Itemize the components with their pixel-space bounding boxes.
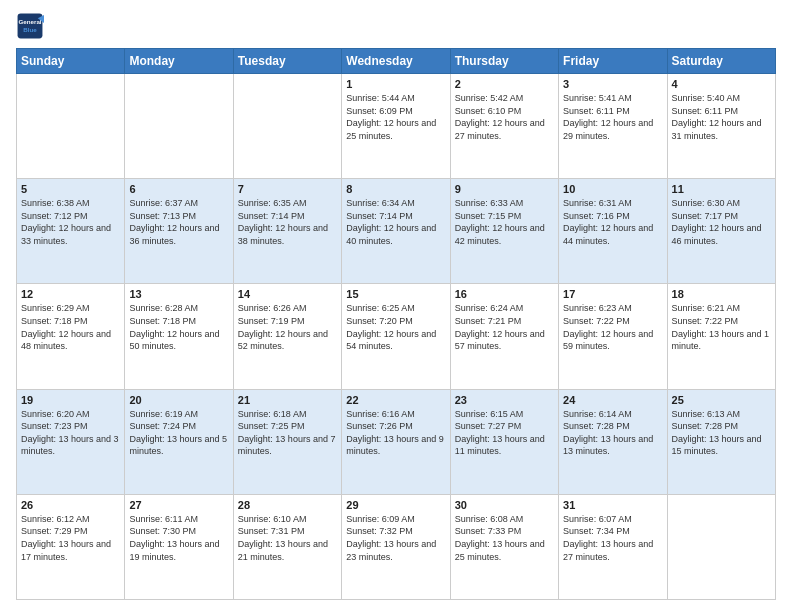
day-info: Sunrise: 6:25 AM Sunset: 7:20 PM Dayligh… — [346, 302, 445, 352]
calendar-table: SundayMondayTuesdayWednesdayThursdayFrid… — [16, 48, 776, 600]
day-number: 24 — [563, 394, 662, 406]
logo-icon: General Blue — [16, 12, 44, 40]
day-info: Sunrise: 6:19 AM Sunset: 7:24 PM Dayligh… — [129, 408, 228, 458]
day-info: Sunrise: 6:21 AM Sunset: 7:22 PM Dayligh… — [672, 302, 771, 352]
day-number: 27 — [129, 499, 228, 511]
weekday-header-tuesday: Tuesday — [233, 49, 341, 74]
day-info: Sunrise: 6:12 AM Sunset: 7:29 PM Dayligh… — [21, 513, 120, 563]
calendar-cell: 12Sunrise: 6:29 AM Sunset: 7:18 PM Dayli… — [17, 284, 125, 389]
day-number: 18 — [672, 288, 771, 300]
day-number: 19 — [21, 394, 120, 406]
day-number: 4 — [672, 78, 771, 90]
day-info: Sunrise: 6:24 AM Sunset: 7:21 PM Dayligh… — [455, 302, 554, 352]
day-info: Sunrise: 5:42 AM Sunset: 6:10 PM Dayligh… — [455, 92, 554, 142]
week-row-3: 12Sunrise: 6:29 AM Sunset: 7:18 PM Dayli… — [17, 284, 776, 389]
day-number: 21 — [238, 394, 337, 406]
day-number: 15 — [346, 288, 445, 300]
day-number: 6 — [129, 183, 228, 195]
week-row-2: 5Sunrise: 6:38 AM Sunset: 7:12 PM Daylig… — [17, 179, 776, 284]
day-number: 28 — [238, 499, 337, 511]
calendar-cell: 21Sunrise: 6:18 AM Sunset: 7:25 PM Dayli… — [233, 389, 341, 494]
day-number: 5 — [21, 183, 120, 195]
day-number: 14 — [238, 288, 337, 300]
day-info: Sunrise: 6:07 AM Sunset: 7:34 PM Dayligh… — [563, 513, 662, 563]
calendar-cell: 1Sunrise: 5:44 AM Sunset: 6:09 PM Daylig… — [342, 74, 450, 179]
calendar-cell: 11Sunrise: 6:30 AM Sunset: 7:17 PM Dayli… — [667, 179, 775, 284]
calendar-cell: 22Sunrise: 6:16 AM Sunset: 7:26 PM Dayli… — [342, 389, 450, 494]
day-number: 8 — [346, 183, 445, 195]
day-info: Sunrise: 5:44 AM Sunset: 6:09 PM Dayligh… — [346, 92, 445, 142]
header: General Blue — [16, 12, 776, 40]
calendar-cell: 20Sunrise: 6:19 AM Sunset: 7:24 PM Dayli… — [125, 389, 233, 494]
calendar-cell — [125, 74, 233, 179]
calendar-cell: 23Sunrise: 6:15 AM Sunset: 7:27 PM Dayli… — [450, 389, 558, 494]
day-number: 2 — [455, 78, 554, 90]
calendar-cell — [17, 74, 125, 179]
calendar-cell: 2Sunrise: 5:42 AM Sunset: 6:10 PM Daylig… — [450, 74, 558, 179]
day-info: Sunrise: 6:31 AM Sunset: 7:16 PM Dayligh… — [563, 197, 662, 247]
day-number: 12 — [21, 288, 120, 300]
day-number: 25 — [672, 394, 771, 406]
day-info: Sunrise: 6:38 AM Sunset: 7:12 PM Dayligh… — [21, 197, 120, 247]
calendar-cell: 28Sunrise: 6:10 AM Sunset: 7:31 PM Dayli… — [233, 494, 341, 599]
day-info: Sunrise: 6:35 AM Sunset: 7:14 PM Dayligh… — [238, 197, 337, 247]
day-number: 23 — [455, 394, 554, 406]
day-number: 10 — [563, 183, 662, 195]
day-info: Sunrise: 6:10 AM Sunset: 7:31 PM Dayligh… — [238, 513, 337, 563]
calendar-cell: 5Sunrise: 6:38 AM Sunset: 7:12 PM Daylig… — [17, 179, 125, 284]
weekday-header-monday: Monday — [125, 49, 233, 74]
day-number: 16 — [455, 288, 554, 300]
day-number: 17 — [563, 288, 662, 300]
page: General Blue SundayMondayTuesdayWednesda… — [0, 0, 792, 612]
day-info: Sunrise: 6:20 AM Sunset: 7:23 PM Dayligh… — [21, 408, 120, 458]
logo: General Blue — [16, 12, 44, 40]
weekday-header-wednesday: Wednesday — [342, 49, 450, 74]
day-number: 30 — [455, 499, 554, 511]
calendar-cell: 16Sunrise: 6:24 AM Sunset: 7:21 PM Dayli… — [450, 284, 558, 389]
calendar-cell — [233, 74, 341, 179]
day-info: Sunrise: 6:15 AM Sunset: 7:27 PM Dayligh… — [455, 408, 554, 458]
day-info: Sunrise: 6:16 AM Sunset: 7:26 PM Dayligh… — [346, 408, 445, 458]
day-number: 29 — [346, 499, 445, 511]
calendar-cell: 10Sunrise: 6:31 AM Sunset: 7:16 PM Dayli… — [559, 179, 667, 284]
calendar-cell: 29Sunrise: 6:09 AM Sunset: 7:32 PM Dayli… — [342, 494, 450, 599]
day-number: 20 — [129, 394, 228, 406]
calendar-cell: 9Sunrise: 6:33 AM Sunset: 7:15 PM Daylig… — [450, 179, 558, 284]
svg-text:General: General — [18, 18, 41, 25]
calendar-cell: 18Sunrise: 6:21 AM Sunset: 7:22 PM Dayli… — [667, 284, 775, 389]
calendar-cell: 13Sunrise: 6:28 AM Sunset: 7:18 PM Dayli… — [125, 284, 233, 389]
day-info: Sunrise: 6:29 AM Sunset: 7:18 PM Dayligh… — [21, 302, 120, 352]
week-row-1: 1Sunrise: 5:44 AM Sunset: 6:09 PM Daylig… — [17, 74, 776, 179]
day-info: Sunrise: 6:18 AM Sunset: 7:25 PM Dayligh… — [238, 408, 337, 458]
calendar-cell: 14Sunrise: 6:26 AM Sunset: 7:19 PM Dayli… — [233, 284, 341, 389]
calendar-cell: 31Sunrise: 6:07 AM Sunset: 7:34 PM Dayli… — [559, 494, 667, 599]
weekday-header-sunday: Sunday — [17, 49, 125, 74]
day-number: 22 — [346, 394, 445, 406]
calendar-cell: 8Sunrise: 6:34 AM Sunset: 7:14 PM Daylig… — [342, 179, 450, 284]
day-info: Sunrise: 6:09 AM Sunset: 7:32 PM Dayligh… — [346, 513, 445, 563]
weekday-header-friday: Friday — [559, 49, 667, 74]
calendar-cell: 6Sunrise: 6:37 AM Sunset: 7:13 PM Daylig… — [125, 179, 233, 284]
week-row-5: 26Sunrise: 6:12 AM Sunset: 7:29 PM Dayli… — [17, 494, 776, 599]
day-info: Sunrise: 6:11 AM Sunset: 7:30 PM Dayligh… — [129, 513, 228, 563]
calendar-cell: 19Sunrise: 6:20 AM Sunset: 7:23 PM Dayli… — [17, 389, 125, 494]
calendar-cell: 3Sunrise: 5:41 AM Sunset: 6:11 PM Daylig… — [559, 74, 667, 179]
calendar-cell: 4Sunrise: 5:40 AM Sunset: 6:11 PM Daylig… — [667, 74, 775, 179]
day-number: 7 — [238, 183, 337, 195]
day-info: Sunrise: 6:37 AM Sunset: 7:13 PM Dayligh… — [129, 197, 228, 247]
day-info: Sunrise: 5:41 AM Sunset: 6:11 PM Dayligh… — [563, 92, 662, 142]
day-number: 13 — [129, 288, 228, 300]
calendar-cell: 7Sunrise: 6:35 AM Sunset: 7:14 PM Daylig… — [233, 179, 341, 284]
calendar-cell: 25Sunrise: 6:13 AM Sunset: 7:28 PM Dayli… — [667, 389, 775, 494]
day-number: 31 — [563, 499, 662, 511]
weekday-header-thursday: Thursday — [450, 49, 558, 74]
day-info: Sunrise: 5:40 AM Sunset: 6:11 PM Dayligh… — [672, 92, 771, 142]
calendar-cell: 30Sunrise: 6:08 AM Sunset: 7:33 PM Dayli… — [450, 494, 558, 599]
calendar-cell: 27Sunrise: 6:11 AM Sunset: 7:30 PM Dayli… — [125, 494, 233, 599]
weekday-header-saturday: Saturday — [667, 49, 775, 74]
day-info: Sunrise: 6:14 AM Sunset: 7:28 PM Dayligh… — [563, 408, 662, 458]
day-info: Sunrise: 6:23 AM Sunset: 7:22 PM Dayligh… — [563, 302, 662, 352]
day-info: Sunrise: 6:26 AM Sunset: 7:19 PM Dayligh… — [238, 302, 337, 352]
day-number: 1 — [346, 78, 445, 90]
day-info: Sunrise: 6:34 AM Sunset: 7:14 PM Dayligh… — [346, 197, 445, 247]
